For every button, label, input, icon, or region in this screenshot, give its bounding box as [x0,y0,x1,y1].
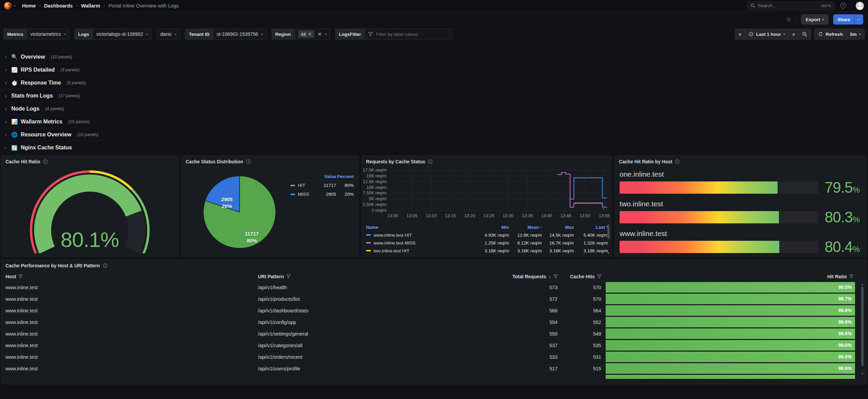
variable-tenant-id[interactable]: Tenant ID st-106902-1539756 [185,29,266,40]
scroll-up-icon[interactable] [607,223,610,226]
user-avatar[interactable] [856,2,864,10]
legend-row-hit[interactable]: HIT 11717 80% [290,181,354,190]
table-scrollbar[interactable] [861,283,864,375]
scroll-down-icon[interactable] [607,251,610,254]
timeseries-chart[interactable]: 17.5K req/m15K req/m12.5K req/m10K req/m… [363,168,610,221]
table-row[interactable]: www.inline.test /api/v1/orders/recent 53… [1,351,867,363]
legend-scrollbar[interactable] [607,223,610,254]
table-row[interactable]: www.inline.test /api/v1/dashboard/stats … [1,305,867,316]
scroll-down-icon[interactable] [861,372,864,375]
table-row[interactable]: www.inline.test /api/v1/users/profile 51… [1,363,867,374]
table-row[interactable]: www.inline.test /api/v1/categories/all 5… [1,340,867,351]
breadcrumb-folder[interactable]: Wallarm [81,3,100,9]
info-icon[interactable] [428,159,433,164]
legend-header-percent[interactable]: Percent [336,174,354,179]
filter-icon[interactable] [18,274,23,279]
remove-chip-icon[interactable]: ✕ [308,32,312,36]
dashboard-row-header[interactable]: ⏱️ Response Time (5 panels) [0,76,868,89]
search-input[interactable]: Search... ctrl+k [747,1,835,10]
column-header-host[interactable]: Host [1,274,254,279]
dashboard-row-header[interactable]: 📊 Wallarm Metrics (15 panels) [0,115,868,128]
time-back-button[interactable]: « [735,29,745,40]
panel-title[interactable]: Requests by Cache Status [366,159,425,164]
variable-region[interactable]: Region All✕ ✕ [272,29,330,40]
scrollbar-thumb[interactable] [607,226,610,239]
legend-row-miss[interactable]: MISS 2905 20% [290,190,354,199]
legend-header-min[interactable]: Min [477,225,509,230]
clear-icon[interactable]: ✕ [318,32,322,36]
legend-header-mean[interactable]: Mean [509,225,542,230]
legend-header-last[interactable]: Last * [574,225,608,230]
scroll-up-icon[interactable] [861,283,864,286]
refresh-button[interactable]: Refresh [814,29,846,40]
dashboard-row-header[interactable]: 📈 RPS Detailed (3 panels) [0,63,868,76]
scrollbar-thumb[interactable] [861,287,864,366]
table-row[interactable]: www.inline.test /api/v1/health 573 570 9… [1,282,867,293]
row-title: Wallarm Metrics [21,119,62,125]
star-icon[interactable] [786,16,791,23]
panel-title[interactable]: Cache Performance by Host & URI Pattern [5,263,100,268]
table-row[interactable]: www.inline.test /api/v1/settings/general… [1,328,867,340]
dashboard-row-header[interactable]: Stats from Logs (17 panels) [0,89,868,102]
column-header-uri-pattern[interactable]: URI Pattern [254,274,505,279]
variable-logs[interactable]: Logs victorialogs-st-106902 [74,29,152,40]
column-header-hit-ratio[interactable]: Hit Ratio [606,274,858,279]
y-axis-tick-label: 12.5K req/m [362,179,387,184]
dashboard-row-header[interactable]: 🔄 Nginx Cache Status [0,141,868,154]
filter-icon[interactable] [597,274,602,279]
share-menu-button[interactable] [854,14,863,25]
breadcrumb-separator: › [103,3,105,8]
cell-uri: /api/v1/orders/recent [254,351,505,363]
variable-label: Tenant ID [185,29,213,39]
info-icon[interactable] [43,159,48,164]
dashboard-row-header[interactable]: 🔍 Overview (10 panels) [0,50,868,63]
y-axis-tick-label: 2.50K req/m [362,202,387,207]
legend-row[interactable]: www.inline.test HIT 4.93K req/m 12.6K re… [366,231,608,239]
refresh-interval-picker[interactable]: 5m [846,29,865,40]
column-header-cache-hits[interactable]: Cache Hits [562,274,606,279]
x-axis-tick-label: 13:35 [522,213,533,218]
cell-uri: /api/v1/products/list [254,293,505,305]
filter-icon[interactable] [286,274,291,279]
info-icon[interactable] [246,159,251,164]
cell-host: www.inline.test [1,328,254,339]
variable-danic[interactable]: danic [157,29,180,40]
legend-header-value[interactable]: Value [317,174,336,179]
dashboard-row-header[interactable]: Node Logs (4 panels) [0,102,868,115]
breadcrumb-home[interactable]: Home [22,3,36,9]
chevron-down-icon[interactable] [14,3,16,8]
legend-header-name[interactable]: Name [366,225,477,230]
column-header-total-requests[interactable]: Total Requests [505,274,562,279]
panel-title[interactable]: Cache Status Distribution [186,159,243,164]
time-range-picker[interactable]: Last 1 hour [745,29,789,40]
share-button[interactable]: Share [833,14,854,25]
variable-metrics[interactable]: Metrics victoriametrics [3,29,70,40]
legend-header-max[interactable]: Max [542,225,574,230]
filter-icon[interactable] [553,274,558,279]
cell-total-requests: 572 [505,293,562,305]
table-row[interactable]: www.inline.test /api/v1/config/app 554 5… [1,316,867,328]
cell-cache-hits: 570 [562,282,606,293]
divider [851,3,852,9]
info-icon[interactable] [675,159,680,164]
panel-title[interactable]: Cache Hit Ratio [5,159,40,164]
help-icon: ? [840,3,846,9]
label-filter-input[interactable]: Filter by label values [365,29,452,39]
zoom-out-button[interactable] [798,29,811,40]
filter-placeholder: Filter by label values [376,32,418,37]
table-row[interactable]: www.inline.test /api/v1/products/list 57… [1,293,867,305]
legend-row[interactable]: www.inline.test MISS 1.25K req/m 6.12K r… [366,239,608,247]
info-icon[interactable] [103,263,107,268]
bar-gauge-fill [620,241,779,253]
export-button[interactable]: Export [801,14,828,25]
panel-title[interactable]: Cache Hit Ratio by Host [619,159,672,164]
variable-logsfilter[interactable]: LogsFilter Filter by label values [335,29,452,40]
region-chip[interactable]: All✕ [298,30,315,38]
grafana-logo-icon[interactable] [4,2,12,10]
breadcrumb-dashboards[interactable]: Dashboards [44,3,73,9]
legend-row[interactable]: two.inline.test HIT 3.18K req/m 3.18K re… [366,247,608,254]
filter-icon[interactable] [849,274,854,279]
dashboard-row-header[interactable]: 🌐 Resource Overview (10 panels) [0,128,868,141]
time-forward-button[interactable]: » [789,29,798,40]
help-button[interactable]: ? [839,2,847,10]
